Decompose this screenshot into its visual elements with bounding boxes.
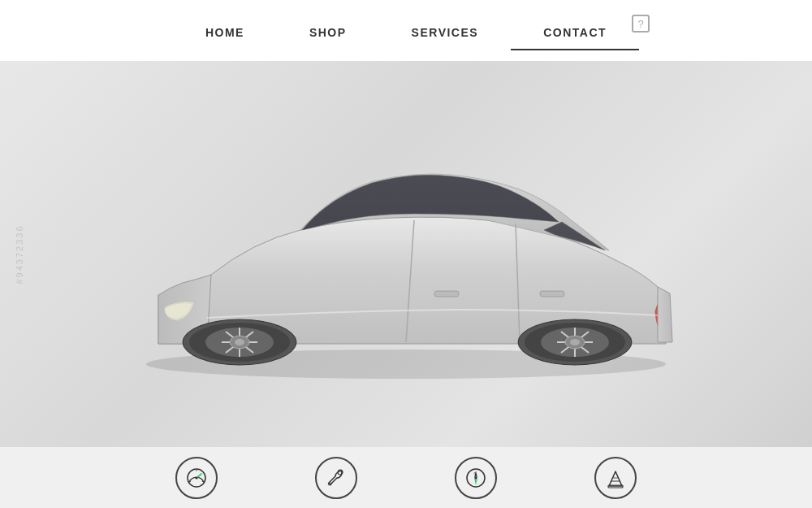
watermark: #94372336 bbox=[15, 224, 24, 284]
compass-icon: N bbox=[464, 467, 487, 489]
icon-cone[interactable] bbox=[594, 457, 637, 499]
hero-section: #94372336 bbox=[0, 61, 812, 447]
nav-contact[interactable]: CONTACT bbox=[511, 26, 639, 50]
icon-compass[interactable]: N bbox=[455, 457, 497, 499]
navigation-bar: HOME SHOP SERVICES CONTACT ? bbox=[0, 0, 812, 61]
svg-point-13 bbox=[235, 339, 244, 345]
nav-shop[interactable]: SHOP bbox=[277, 26, 379, 50]
icon-speedometer[interactable] bbox=[175, 457, 218, 499]
svg-rect-3 bbox=[434, 291, 459, 297]
icon-wrench[interactable] bbox=[315, 457, 357, 499]
nav-services[interactable]: SERVICES bbox=[379, 26, 512, 50]
svg-marker-36 bbox=[609, 471, 622, 486]
car-image-container bbox=[73, 100, 739, 409]
help-button[interactable]: ? bbox=[632, 15, 650, 33]
speedometer-circle bbox=[175, 457, 218, 499]
speedometer-icon bbox=[185, 467, 208, 489]
icons-bar: N bbox=[0, 447, 812, 508]
svg-rect-4 bbox=[540, 291, 564, 297]
nav-home[interactable]: HOME bbox=[173, 26, 277, 50]
compass-circle: N bbox=[455, 457, 497, 499]
car-illustration bbox=[89, 116, 723, 393]
cone-icon bbox=[604, 467, 627, 489]
wrench-circle bbox=[315, 457, 357, 499]
svg-point-25 bbox=[196, 476, 198, 479]
cone-circle bbox=[594, 457, 637, 499]
svg-text:N: N bbox=[474, 471, 477, 475]
nav-items: HOME SHOP SERVICES CONTACT bbox=[173, 26, 639, 50]
wrench-icon bbox=[325, 467, 348, 489]
svg-point-34 bbox=[475, 476, 477, 479]
svg-point-22 bbox=[570, 339, 580, 345]
